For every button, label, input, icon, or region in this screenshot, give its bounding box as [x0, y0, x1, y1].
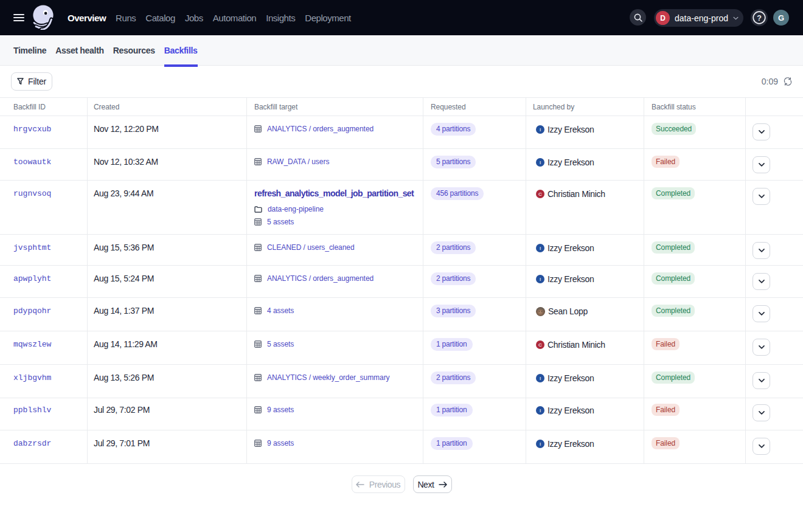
svg-text:?: ? — [757, 14, 762, 22]
